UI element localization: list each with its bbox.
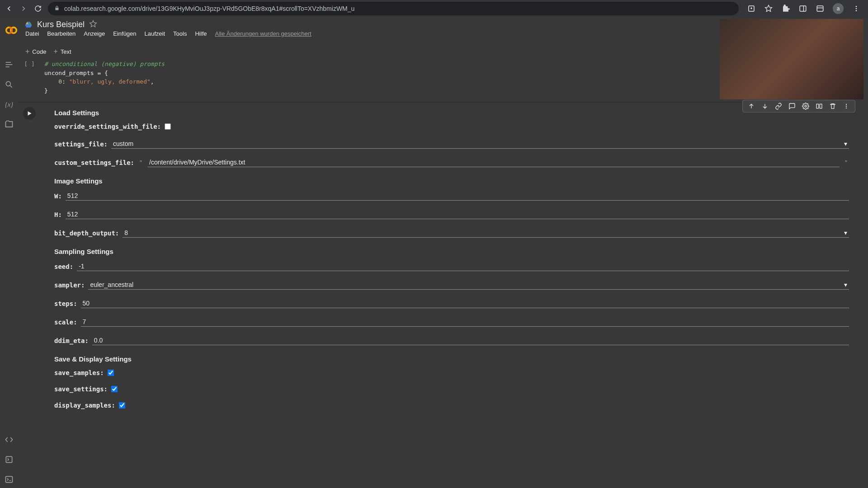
svg-line-15 (10, 86, 12, 88)
menu-einfuegen[interactable]: Einfügen (113, 30, 136, 37)
side-rail: {x} (0, 58, 18, 488)
h-input[interactable] (67, 211, 847, 218)
nav-reload-icon[interactable] (33, 4, 42, 13)
svg-rect-19 (816, 104, 819, 108)
add-text-label: Text (61, 48, 71, 55)
w-label: W: (54, 192, 62, 200)
settings-icon[interactable] (802, 102, 810, 110)
extensions-icon[interactable] (781, 4, 790, 13)
svg-rect-11 (6, 62, 11, 63)
cell-exec-label[interactable]: [ ] (18, 58, 41, 97)
save-samples-checkbox[interactable] (108, 370, 114, 376)
code-string: "blurr, ugly, deformed" (69, 78, 151, 85)
variables-icon[interactable]: {x} (4, 99, 14, 109)
seed-label: seed: (54, 263, 73, 270)
delete-icon[interactable] (829, 102, 837, 110)
save-samples-label: save_samples: (54, 369, 104, 376)
svg-point-23 (846, 108, 847, 108)
menu-laufzeit[interactable]: Laufzeit (145, 30, 165, 37)
link-icon[interactable] (774, 102, 783, 110)
sidepanel-icon[interactable] (798, 4, 807, 13)
quote-close: " (843, 159, 849, 166)
chevron-down-icon[interactable]: ▾ (844, 140, 847, 147)
menu-hilfe[interactable]: Hilfe (195, 30, 207, 37)
bit-depth-select[interactable] (124, 229, 840, 236)
command-palette-icon[interactable] (4, 455, 14, 465)
terminal-icon[interactable] (4, 474, 14, 484)
custom-settings-file-input[interactable] (149, 159, 838, 166)
svg-point-14 (6, 81, 10, 86)
seed-input[interactable] (79, 263, 847, 270)
cell-toolbar (742, 100, 855, 113)
nav-forward-icon[interactable] (19, 4, 28, 13)
code-comment: # unconditional (negative) prompts (44, 61, 165, 67)
profile-avatar-icon[interactable]: a (833, 3, 844, 14)
display-samples-label: display_samples: (54, 402, 115, 409)
svg-rect-12 (6, 64, 13, 65)
doc-title[interactable]: Kurs Beispiel (37, 20, 85, 29)
webcam-overlay (720, 19, 863, 99)
browser-menu-icon[interactable] (852, 4, 861, 13)
menu-anzeige[interactable]: Anzeige (84, 30, 105, 37)
code-snippets-icon[interactable] (4, 435, 14, 445)
browser-bar: colab.research.google.com/drive/13G9KHyM… (0, 0, 868, 17)
plus-icon: + (53, 48, 57, 55)
run-button[interactable] (23, 107, 36, 120)
section-save-display-settings: Save & Display Settings (54, 355, 849, 363)
svg-point-21 (846, 104, 847, 105)
form-cell: Load Settings override_settings_with_fil… (18, 103, 859, 427)
browser-actions: a (744, 3, 863, 14)
mirror-icon[interactable] (815, 102, 823, 110)
add-code-button[interactable]: + Code (25, 48, 46, 55)
sampler-label: sampler: (54, 282, 85, 289)
scale-input[interactable] (83, 318, 847, 325)
section-sampling-settings: Sampling Settings (54, 248, 849, 255)
chevron-down-icon[interactable]: ▾ (844, 229, 847, 236)
settings-file-label: settings_file: (54, 141, 108, 148)
notebook[interactable]: [ ] # unconditional (negative) prompts u… (18, 58, 868, 488)
nav-back-icon[interactable] (5, 4, 14, 13)
code-key: 0 (58, 78, 62, 85)
code-line: } (44, 87, 48, 94)
sampler-select[interactable] (90, 281, 840, 288)
colab-logo-icon[interactable] (4, 23, 19, 38)
save-settings-checkbox[interactable] (111, 386, 118, 392)
steps-label: steps: (54, 300, 77, 307)
ddim-eta-label: ddim_eta: (54, 337, 89, 344)
star-icon[interactable] (89, 20, 97, 29)
menu-tools[interactable]: Tools (173, 30, 187, 37)
chevron-down-icon[interactable]: ▾ (844, 281, 847, 288)
section-load-settings: Load Settings (54, 109, 849, 117)
menu-bearbeiten[interactable]: Bearbeiten (47, 30, 75, 37)
lock-icon (54, 5, 60, 12)
w-input[interactable] (67, 192, 847, 199)
h-label: H: (54, 211, 62, 218)
panel-icon[interactable] (816, 4, 825, 13)
menu-datei[interactable]: Datei (25, 30, 39, 37)
install-icon[interactable] (747, 4, 756, 13)
svg-point-22 (846, 106, 847, 107)
url-text: colab.research.google.com/drive/13G9KHyM… (64, 5, 732, 12)
save-status[interactable]: Alle Änderungen wurden gespeichert (215, 30, 311, 37)
url-bar[interactable]: colab.research.google.com/drive/13G9KHyM… (48, 2, 739, 15)
files-icon[interactable] (4, 119, 14, 129)
move-down-icon[interactable] (761, 102, 769, 110)
more-icon[interactable] (842, 102, 850, 110)
comment-icon[interactable] (788, 102, 796, 110)
settings-file-select[interactable] (113, 140, 840, 147)
toc-icon[interactable] (4, 60, 14, 70)
ddim-eta-input[interactable] (94, 337, 847, 344)
display-samples-checkbox[interactable] (119, 402, 125, 408)
move-up-icon[interactable] (747, 102, 755, 110)
bookmark-star-icon[interactable] (764, 4, 773, 13)
svg-rect-17 (6, 476, 13, 482)
svg-rect-13 (6, 66, 9, 67)
svg-point-7 (856, 10, 857, 11)
search-icon[interactable] (4, 80, 14, 89)
override-checkbox[interactable] (165, 123, 171, 130)
code-line: uncond_prompts = { (44, 70, 108, 76)
steps-input[interactable] (83, 300, 847, 307)
add-text-button[interactable]: + Text (53, 48, 71, 55)
svg-point-18 (805, 105, 807, 107)
main-area: {x} [ ] # unconditional (negative) promp… (0, 58, 868, 488)
